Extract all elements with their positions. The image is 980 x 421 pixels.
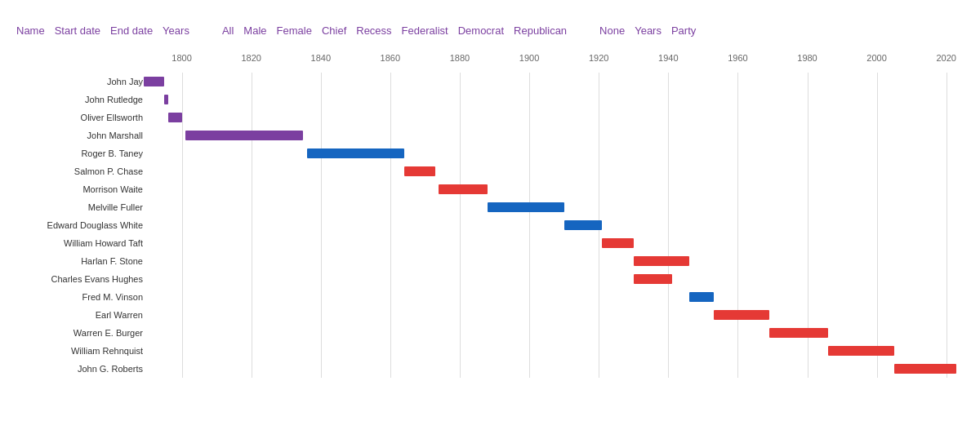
table-row: John Marshall bbox=[147, 126, 964, 144]
justice-bar-1[interactable] bbox=[164, 95, 167, 104]
color-years[interactable]: Years bbox=[635, 24, 662, 37]
filter-by-options: All Male Female Chief Recess Federalist … bbox=[222, 24, 567, 37]
justice-name-9: William Howard Taft bbox=[16, 238, 143, 248]
justice-name-0: John Jay bbox=[16, 77, 143, 86]
justice-name-13: Earl Warren bbox=[16, 310, 143, 320]
justice-bar-7[interactable] bbox=[488, 202, 564, 212]
sort-by-group: Name Start date End date Years bbox=[16, 21, 189, 37]
table-row: Warren E. Burger bbox=[147, 324, 964, 342]
justice-bar-5[interactable] bbox=[404, 166, 435, 176]
filter-by-group: All Male Female Chief Recess Federalist … bbox=[222, 21, 567, 37]
year-label-1840: 1840 bbox=[311, 53, 331, 63]
justice-name-12: Fred M. Vinson bbox=[16, 292, 143, 302]
filter-all[interactable]: All bbox=[222, 24, 234, 37]
justice-name-6: Morrison Waite bbox=[16, 184, 143, 194]
table-row: Melville Fuller bbox=[147, 198, 964, 216]
year-label-1940: 1940 bbox=[658, 53, 678, 63]
justice-name-5: Salmon P. Chase bbox=[16, 166, 143, 176]
justice-name-11: Charles Evans Hughes bbox=[16, 274, 143, 284]
year-label-1880: 1880 bbox=[450, 53, 470, 63]
justice-bar-13[interactable] bbox=[714, 310, 769, 320]
filter-republican[interactable]: Republican bbox=[514, 24, 567, 37]
filter-female[interactable]: Female bbox=[277, 24, 312, 37]
table-row: Morrison Waite bbox=[147, 180, 964, 198]
filter-democrat[interactable]: Democrat bbox=[458, 24, 504, 37]
timeline-header: 1800182018401860188019001920194019601980… bbox=[147, 53, 964, 69]
justice-name-7: Melville Fuller bbox=[16, 202, 143, 212]
gantt-container: John JayJohn RutledgeOliver EllsworthJoh… bbox=[147, 73, 964, 378]
controls-bar: Name Start date End date Years All Male … bbox=[16, 21, 964, 37]
justice-name-3: John Marshall bbox=[16, 131, 143, 140]
justice-bar-15[interactable] bbox=[828, 346, 894, 356]
sort-by-options: Name Start date End date Years bbox=[16, 24, 189, 37]
year-label-1820: 1820 bbox=[241, 53, 261, 63]
justice-name-16: John G. Roberts bbox=[16, 364, 143, 374]
year-label-1980: 1980 bbox=[797, 53, 817, 63]
justice-bar-14[interactable] bbox=[769, 328, 828, 338]
justice-name-4: Roger B. Taney bbox=[16, 148, 143, 158]
table-row: Edward Douglass White bbox=[147, 216, 964, 234]
sort-end-date[interactable]: End date bbox=[110, 24, 153, 37]
table-row: Harlan F. Stone bbox=[147, 252, 964, 270]
justice-bar-12[interactable] bbox=[689, 292, 714, 302]
justice-bar-3[interactable] bbox=[185, 131, 304, 140]
filter-federalist[interactable]: Federalist bbox=[402, 24, 448, 37]
year-label-1860: 1860 bbox=[381, 53, 400, 63]
year-label-2000: 2000 bbox=[866, 53, 886, 63]
filter-male[interactable]: Male bbox=[243, 24, 266, 37]
year-label-2020: 2020 bbox=[936, 53, 956, 63]
sort-years[interactable]: Years bbox=[163, 24, 189, 37]
year-label-1900: 1900 bbox=[519, 53, 539, 63]
year-label-1920: 1920 bbox=[589, 53, 608, 63]
color-none[interactable]: None bbox=[599, 24, 625, 37]
color-by-options: None Years Party bbox=[599, 24, 696, 37]
justice-bar-16[interactable] bbox=[894, 364, 957, 374]
table-row: William Rehnquist bbox=[147, 342, 964, 360]
chart-area: 1800182018401860188019001920194019601980… bbox=[16, 53, 964, 378]
justice-name-15: William Rehnquist bbox=[16, 346, 143, 356]
table-row: John Rutledge bbox=[147, 91, 964, 109]
table-row: John G. Roberts bbox=[147, 360, 964, 378]
color-party[interactable]: Party bbox=[671, 24, 696, 37]
table-row: John Jay bbox=[147, 73, 964, 91]
justice-name-2: Oliver Ellsworth bbox=[16, 113, 143, 122]
justice-name-14: Warren E. Burger bbox=[16, 328, 143, 338]
year-label-1960: 1960 bbox=[728, 53, 747, 63]
table-row: Earl Warren bbox=[147, 306, 964, 324]
justice-bar-8[interactable] bbox=[564, 220, 603, 230]
filter-recess[interactable]: Recess bbox=[356, 24, 391, 37]
color-by-group: None Years Party bbox=[599, 21, 696, 37]
justice-bar-2[interactable] bbox=[168, 113, 182, 122]
justice-bar-9[interactable] bbox=[602, 238, 633, 248]
justice-bar-11[interactable] bbox=[634, 274, 672, 284]
table-row: Salmon P. Chase bbox=[147, 162, 964, 180]
justice-bar-4[interactable] bbox=[307, 148, 404, 158]
table-row: Roger B. Taney bbox=[147, 144, 964, 162]
justice-bar-10[interactable] bbox=[634, 256, 689, 266]
sort-start-date[interactable]: Start date bbox=[55, 24, 100, 37]
year-label-1800: 1800 bbox=[172, 53, 191, 63]
table-row: Oliver Ellsworth bbox=[147, 109, 964, 126]
table-row: Charles Evans Hughes bbox=[147, 270, 964, 288]
sort-name[interactable]: Name bbox=[16, 24, 45, 37]
table-row: William Howard Taft bbox=[147, 234, 964, 252]
justice-name-10: Harlan F. Stone bbox=[16, 256, 143, 266]
justice-bar-6[interactable] bbox=[439, 184, 488, 194]
justice-name-8: Edward Douglass White bbox=[16, 220, 143, 230]
filter-chief[interactable]: Chief bbox=[322, 24, 346, 37]
table-row: Fred M. Vinson bbox=[147, 288, 964, 306]
justice-bar-0[interactable] bbox=[144, 77, 165, 86]
justice-name-1: John Rutledge bbox=[16, 95, 143, 104]
